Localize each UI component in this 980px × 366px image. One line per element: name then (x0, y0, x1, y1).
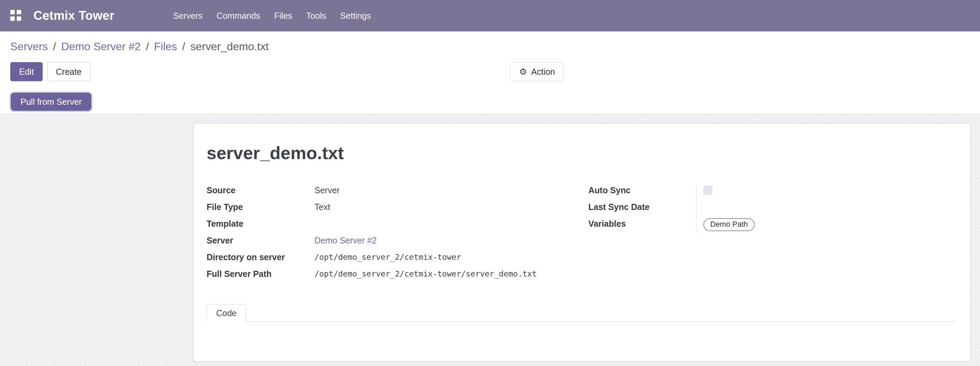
breadcrumb-link-servers[interactable]: Servers (10, 40, 48, 53)
nav-item-servers[interactable]: Servers (173, 11, 202, 21)
breadcrumb-separator: / (182, 40, 185, 53)
field-label: Directory on server (207, 251, 315, 263)
field-row-file-type: File Type Text (207, 201, 575, 218)
field-groups: Source Server File Type Text Template Se… (207, 185, 956, 285)
field-group-left: Source Server File Type Text Template Se… (207, 185, 575, 285)
field-value: /opt/demo_server_2/cetmix-tower (315, 251, 575, 263)
variable-tag-demo-path[interactable]: Demo Path (703, 218, 755, 231)
gear-icon: ⚙ (519, 67, 527, 77)
record-title: server_demo.txt (207, 143, 956, 163)
field-row-last-sync-date: Last Sync Date (588, 201, 956, 218)
action-menu-label: Action (531, 67, 555, 77)
field-value (696, 201, 956, 218)
nav-item-tools[interactable]: Tools (306, 11, 326, 21)
field-label: File Type (207, 201, 315, 212)
breadcrumb-link-demo-server[interactable]: Demo Server #2 (61, 40, 141, 53)
apps-menu-icon[interactable] (10, 10, 22, 22)
navbar-menu: Servers Commands Files Tools Settings (173, 11, 371, 21)
field-value: Server (315, 185, 575, 196)
main-navbar: Cetmix Tower Servers Commands Files Tool… (0, 0, 980, 32)
apps-grid-square (17, 16, 21, 21)
field-row-source: Source Server (207, 185, 575, 201)
field-group-right: Auto Sync Last Sync Date Variables Demo … (588, 185, 956, 285)
auto-sync-checkbox[interactable] (703, 186, 712, 195)
tab-row: Code (207, 304, 956, 321)
breadcrumb-link-files[interactable]: Files (154, 40, 177, 53)
form-sheet: server_demo.txt Source Server File Type … (194, 123, 970, 361)
apps-grid-square (17, 10, 21, 14)
field-label: Server (207, 235, 315, 246)
action-menu-button[interactable]: ⚙ Action (510, 62, 564, 81)
button-row: Edit Create ⚙ Action (10, 62, 970, 81)
field-row-variables: Variables Demo Path (588, 218, 956, 235)
breadcrumb-separator: / (53, 40, 56, 53)
nav-item-commands[interactable]: Commands (216, 11, 260, 21)
breadcrumb: Servers / Demo Server #2 / Files / serve… (10, 38, 970, 55)
pull-from-server-row: Pull from Server (10, 93, 970, 111)
field-row-auto-sync: Auto Sync (588, 185, 956, 201)
apps-grid-square (10, 10, 15, 14)
field-label: Full Server Path (207, 268, 315, 279)
field-value-cell: Demo Path (696, 218, 956, 235)
field-row-directory: Directory on server /opt/demo_server_2/c… (207, 251, 575, 268)
field-label: Auto Sync (588, 185, 696, 196)
control-panel: Servers / Demo Server #2 / Files / serve… (0, 32, 980, 114)
content-area: server_demo.txt Source Server File Type … (0, 114, 980, 366)
notebook: Code (207, 304, 956, 321)
field-label: Source (207, 185, 315, 196)
field-row-full-path: Full Server Path /opt/demo_server_2/cetm… (207, 268, 575, 285)
apps-grid-square (10, 16, 15, 21)
tab-code[interactable]: Code (207, 304, 246, 321)
field-label: Template (207, 218, 315, 229)
app-brand[interactable]: Cetmix Tower (33, 8, 115, 23)
field-value: Text (315, 201, 575, 212)
server-link[interactable]: Demo Server #2 (315, 235, 575, 246)
field-value-cell (696, 185, 956, 201)
create-button[interactable]: Create (47, 62, 91, 81)
pull-from-server-button[interactable]: Pull from Server (11, 93, 91, 111)
field-label: Variables (588, 218, 696, 229)
nav-item-settings[interactable]: Settings (340, 11, 371, 21)
field-row-template: Template (207, 218, 575, 235)
field-row-server: Server Demo Server #2 (207, 235, 575, 251)
field-label: Last Sync Date (588, 201, 696, 212)
breadcrumb-current: server_demo.txt (190, 40, 268, 53)
nav-item-files[interactable]: Files (274, 11, 292, 21)
field-value: /opt/demo_server_2/cetmix-tower/server_d… (315, 268, 575, 279)
edit-button[interactable]: Edit (10, 62, 43, 81)
breadcrumb-separator: / (146, 40, 149, 53)
